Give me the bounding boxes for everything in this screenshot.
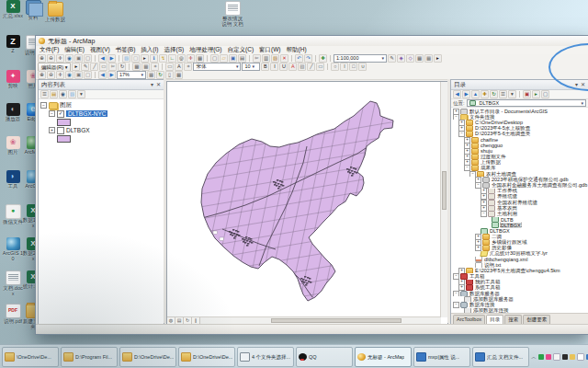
fixed-out-icon[interactable]: ▢ [84,54,92,63]
tray-icon-0[interactable] [538,354,544,360]
catalog-location-combo[interactable]: DLTBGX▾ [467,99,586,107]
cut-icon[interactable]: ✂ [253,54,261,63]
pick-icon[interactable]: ✦ [184,63,192,71]
tray-icon-1[interactable] [546,354,551,360]
taskbar-button-bluedoc[interactable]: mxp|属性 说... [413,347,470,367]
o-icon[interactable]: ○ [331,63,339,71]
tray-icon-5[interactable] [577,353,584,361]
rect-icon[interactable]: ▭ [165,63,174,71]
save-icon[interactable]: ▣ [229,54,237,63]
zoom-in-icon[interactable]: ⊕ [38,71,46,79]
desktop-icon-folder[interactable]: 上传数据 [44,2,66,22]
box-icon[interactable]: □ [349,63,357,71]
paste-icon[interactable]: ▧ [271,54,279,63]
find-icon[interactable]: ◎ [177,54,186,63]
toc-tree-row[interactable] [40,118,164,126]
zoom-in-icon[interactable]: ⊕ [38,54,46,63]
menu-item-1[interactable]: 编辑(E) [64,46,85,54]
map-view[interactable]: ◍▤↻∥ [166,81,448,325]
catalog-tab-目录[interactable]: 目录 [486,315,503,324]
expand-icon[interactable]: − [49,110,55,117]
font-family-combo[interactable]: 宋体▾ [193,63,241,71]
list-order-icon[interactable]: ☰ [40,90,49,98]
add-data-icon[interactable]: ✚ [319,54,327,63]
font-size-combo[interactable]: 10▾ [242,63,260,71]
menu-item-0[interactable]: 文件(F) [40,46,59,54]
folder-plus-icon[interactable]: ✚ [481,90,489,98]
taskbar-button-bluedoc[interactable]: 汇总 文档文件... [472,347,529,367]
forward-icon[interactable]: ▶ [107,54,116,63]
refresh-button[interactable]: ↻ [184,317,192,324]
catalog-item-label[interactable]: dltbchengqiang.xml [484,257,527,262]
arrow-icon[interactable]: ▸ [72,63,80,71]
tray-icon-2[interactable] [553,353,560,361]
desktop-icon-blue[interactable]: ◗工具 [2,170,24,189]
toc-close-icon[interactable]: ✕ [156,80,161,89]
dropdown-icon[interactable]: ▾ [508,90,516,98]
back-icon[interactable]: ◀ [453,90,461,98]
expand-icon[interactable]: − [453,302,459,307]
data-view-button[interactable]: ◍ [167,317,175,324]
desktop-icon-doc[interactable]: 整改情况说明 文档汇总 [221,1,243,27]
copy-icon[interactable]: ▥ [262,54,270,63]
catalog-item-label[interactable]: C:\OneDrive\Desktop [475,120,523,125]
list-select-icon[interactable]: ▧ [68,90,76,98]
undo-icon[interactable]: ↶ [295,54,303,63]
up-icon[interactable]: ▲ [471,90,480,98]
select-icon[interactable]: ▧ [122,54,130,63]
table-icon[interactable]: ▦ [175,71,183,79]
menu-item-7[interactable]: 自定义(C) [228,46,254,54]
expand-icon[interactable]: − [481,211,487,216]
toc-tree-row[interactable]: −图层 [40,101,164,109]
grid-icon[interactable]: ▦ [147,71,155,79]
layer-name[interactable]: 图层 [60,101,72,109]
taskbar-button-monitor[interactable]: 4 个文件夹选择... [237,347,294,367]
i-icon[interactable]: I [340,63,348,71]
expand-icon[interactable]: + [49,127,55,133]
desktop-icon-pink[interactable]: ✦剪映 [2,70,24,88]
zoom-out-icon[interactable]: ⊖ [47,54,55,63]
catalog-tab-ArcToolbox[interactable]: ArcToolbox [453,315,485,324]
catalog-item-label[interactable]: DLTB [501,217,514,223]
arrow-icon[interactable]: ▸ [434,54,442,63]
layer-symbol-swatch[interactable] [57,119,71,126]
open-icon[interactable]: ▱ [220,54,228,63]
menu-item-4[interactable]: 插入(I) [141,46,158,54]
fixed-in-icon[interactable]: ▣ [74,71,83,79]
window-icon[interactable]: ▢ [541,90,549,98]
cut-icon[interactable]: ✂ [108,63,117,71]
catalog-item-label[interactable]: D:\2023年5-6土地调查类 [475,132,530,137]
taskbar-button-folder[interactable]: D:\OneDrive\De... [119,347,176,367]
fixed-out-icon[interactable]: ▢ [84,71,92,79]
map-canvas[interactable] [167,82,440,316]
toolbox-icon[interactable]: ▣ [523,90,531,98]
catalog-item-label[interactable]: 汇总统计30亩耕地文字.lyr [490,251,548,257]
desktop-icon-photo[interactable]: ❀图片 [2,136,24,155]
desktop-icon-folder[interactable]: 新建文件夹 [22,304,44,329]
measure-icon[interactable]: ∟ [168,54,176,63]
tray-icon-4[interactable] [570,354,575,360]
layout-view-button[interactable]: ▤ [175,317,184,324]
taskbar-button-qq[interactable]: QQ [296,347,353,367]
catalog-item-label[interactable]: 土地利用 [497,211,517,216]
taskbar-button-folder[interactable]: D:\OneDrive\De... [178,347,235,367]
catalog-item-label[interactable]: chengguo [481,143,503,148]
table-icon[interactable]: ▦ [415,54,424,63]
line-icon[interactable]: ╱ [307,63,315,71]
toc-tree-row[interactable]: +DLTBGX [40,126,164,134]
desktop-icon-pdf[interactable]: PDF说明.pdf [2,304,24,324]
table-icon[interactable]: ▦ [196,54,204,63]
fill-icon[interactable]: ▨ [298,63,306,71]
print-icon[interactable]: ▤ [238,54,246,63]
options-icon[interactable]: ▾ [77,90,85,98]
toc-pin-icon[interactable]: ▾ [151,80,153,89]
text-icon[interactable]: A [175,63,183,71]
map-vertical-scrollbar[interactable] [440,82,447,317]
menu-item-8[interactable]: 窗口(W) [259,46,280,54]
rect-icon[interactable]: ▭ [99,63,107,71]
layer-name[interactable]: DLTBGX [66,127,90,133]
underline-icon[interactable]: U [279,63,288,71]
taskbar-button-folder[interactable]: D:\Program Fil... [61,347,118,367]
taskbar-button-arcmap[interactable]: 无标题 - ArcMap [355,347,412,367]
layer-visibility-checkbox[interactable] [57,127,64,134]
